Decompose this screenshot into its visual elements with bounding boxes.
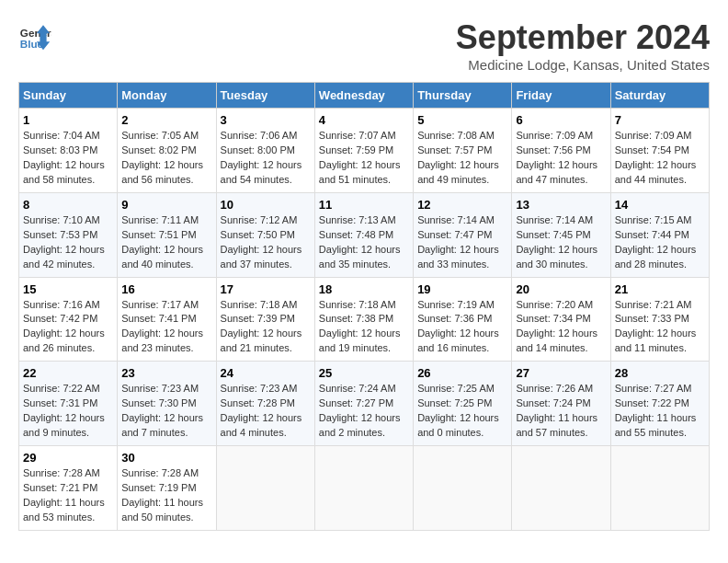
calendar-body: 1 Sunrise: 7:04 AMSunset: 8:03 PMDayligh… bbox=[19, 109, 710, 531]
cell-content: Sunrise: 7:22 AMSunset: 7:31 PMDaylight:… bbox=[23, 383, 105, 438]
calendar-cell-day-25: 25 Sunrise: 7:24 AMSunset: 7:27 PMDaylig… bbox=[314, 362, 413, 446]
day-number: 19 bbox=[417, 282, 507, 296]
calendar-cell-day-26: 26 Sunrise: 7:25 AMSunset: 7:25 PMDaylig… bbox=[414, 362, 512, 446]
day-number: 16 bbox=[121, 282, 211, 296]
day-number: 2 bbox=[121, 113, 211, 127]
calendar-cell-day-4: 4 Sunrise: 7:07 AMSunset: 7:59 PMDayligh… bbox=[314, 109, 413, 193]
logo: General Blue bbox=[18, 18, 51, 52]
day-number: 15 bbox=[23, 282, 113, 296]
calendar-week-3: 15 Sunrise: 7:16 AMSunset: 7:42 PMDaylig… bbox=[19, 277, 710, 362]
day-number: 1 bbox=[23, 113, 113, 127]
day-number: 7 bbox=[615, 113, 705, 127]
day-number: 3 bbox=[221, 113, 311, 127]
calendar-cell-empty bbox=[314, 446, 413, 531]
col-monday: Monday bbox=[118, 83, 216, 109]
cell-content: Sunrise: 7:16 AMSunset: 7:42 PMDaylight:… bbox=[23, 299, 105, 354]
cell-content: Sunrise: 7:07 AMSunset: 7:59 PMDaylight:… bbox=[319, 130, 401, 185]
calendar-cell-day-28: 28 Sunrise: 7:27 AMSunset: 7:22 PMDaylig… bbox=[610, 362, 709, 446]
calendar-cell-day-22: 22 Sunrise: 7:22 AMSunset: 7:31 PMDaylig… bbox=[19, 362, 118, 446]
day-number: 27 bbox=[516, 366, 606, 380]
cell-content: Sunrise: 7:23 AMSunset: 7:28 PMDaylight:… bbox=[221, 383, 302, 438]
calendar-cell-day-16: 16 Sunrise: 7:17 AMSunset: 7:41 PMDaylig… bbox=[118, 277, 216, 362]
calendar-cell-day-15: 15 Sunrise: 7:16 AMSunset: 7:42 PMDaylig… bbox=[19, 277, 118, 362]
calendar-title: September 2024 bbox=[456, 18, 710, 57]
calendar-cell-day-3: 3 Sunrise: 7:06 AMSunset: 8:00 PMDayligh… bbox=[216, 109, 314, 193]
calendar-cell-day-23: 23 Sunrise: 7:23 AMSunset: 7:30 PMDaylig… bbox=[118, 362, 216, 446]
calendar-cell-day-2: 2 Sunrise: 7:05 AMSunset: 8:02 PMDayligh… bbox=[118, 109, 216, 193]
cell-content: Sunrise: 7:24 AMSunset: 7:27 PMDaylight:… bbox=[319, 383, 401, 438]
calendar-cell-day-6: 6 Sunrise: 7:09 AMSunset: 7:56 PMDayligh… bbox=[512, 109, 610, 193]
calendar-cell-day-30: 30 Sunrise: 7:28 AMSunset: 7:19 PMDaylig… bbox=[118, 446, 216, 531]
day-number: 20 bbox=[516, 282, 606, 296]
day-number: 6 bbox=[516, 113, 606, 127]
day-number: 4 bbox=[319, 113, 409, 127]
day-number: 21 bbox=[615, 282, 705, 296]
calendar-cell-day-17: 17 Sunrise: 7:18 AMSunset: 7:39 PMDaylig… bbox=[216, 277, 314, 362]
cell-content: Sunrise: 7:12 AMSunset: 7:50 PMDaylight:… bbox=[221, 214, 302, 270]
page-header: General Blue September 2024 Medicine Lod… bbox=[18, 18, 710, 73]
day-number: 25 bbox=[319, 366, 409, 380]
cell-content: Sunrise: 7:19 AMSunset: 7:36 PMDaylight:… bbox=[417, 299, 499, 354]
calendar-week-1: 1 Sunrise: 7:04 AMSunset: 8:03 PMDayligh… bbox=[19, 109, 710, 193]
calendar-cell-empty bbox=[610, 446, 709, 531]
cell-content: Sunrise: 7:25 AMSunset: 7:25 PMDaylight:… bbox=[417, 383, 499, 438]
calendar-cell-empty bbox=[512, 446, 610, 531]
day-number: 5 bbox=[417, 113, 507, 127]
calendar-week-4: 22 Sunrise: 7:22 AMSunset: 7:31 PMDaylig… bbox=[19, 362, 710, 446]
calendar-cell-day-9: 9 Sunrise: 7:11 AMSunset: 7:51 PMDayligh… bbox=[118, 192, 216, 277]
day-number: 23 bbox=[121, 366, 211, 380]
col-wednesday: Wednesday bbox=[314, 83, 413, 109]
calendar-table: Sunday Monday Tuesday Wednesday Thursday… bbox=[18, 82, 710, 531]
calendar-week-2: 8 Sunrise: 7:10 AMSunset: 7:53 PMDayligh… bbox=[19, 192, 710, 277]
day-number: 17 bbox=[221, 282, 311, 296]
day-number: 22 bbox=[23, 366, 113, 380]
day-number: 28 bbox=[615, 366, 705, 380]
calendar-cell-day-11: 11 Sunrise: 7:13 AMSunset: 7:48 PMDaylig… bbox=[314, 192, 413, 277]
cell-content: Sunrise: 7:04 AMSunset: 8:03 PMDaylight:… bbox=[23, 130, 105, 185]
calendar-cell-empty bbox=[216, 446, 314, 531]
calendar-cell-day-14: 14 Sunrise: 7:15 AMSunset: 7:44 PMDaylig… bbox=[610, 192, 709, 277]
calendar-cell-day-20: 20 Sunrise: 7:20 AMSunset: 7:34 PMDaylig… bbox=[512, 277, 610, 362]
cell-content: Sunrise: 7:05 AMSunset: 8:02 PMDaylight:… bbox=[121, 130, 203, 185]
cell-content: Sunrise: 7:18 AMSunset: 7:38 PMDaylight:… bbox=[319, 299, 401, 354]
col-friday: Friday bbox=[512, 83, 610, 109]
title-block: September 2024 Medicine Lodge, Kansas, U… bbox=[456, 18, 710, 73]
cell-content: Sunrise: 7:27 AMSunset: 7:22 PMDaylight:… bbox=[615, 383, 697, 438]
day-number: 18 bbox=[319, 282, 409, 296]
header-row: Sunday Monday Tuesday Wednesday Thursday… bbox=[19, 83, 710, 109]
cell-content: Sunrise: 7:28 AMSunset: 7:19 PMDaylight:… bbox=[121, 467, 203, 523]
calendar-cell-day-29: 29 Sunrise: 7:28 AMSunset: 7:21 PMDaylig… bbox=[19, 446, 118, 531]
col-saturday: Saturday bbox=[610, 83, 709, 109]
col-tuesday: Tuesday bbox=[216, 83, 314, 109]
day-number: 30 bbox=[121, 451, 211, 465]
cell-content: Sunrise: 7:09 AMSunset: 7:56 PMDaylight:… bbox=[516, 130, 597, 185]
cell-content: Sunrise: 7:26 AMSunset: 7:24 PMDaylight:… bbox=[516, 383, 597, 438]
cell-content: Sunrise: 7:23 AMSunset: 7:30 PMDaylight:… bbox=[121, 383, 203, 438]
day-number: 8 bbox=[23, 198, 113, 212]
calendar-week-5: 29 Sunrise: 7:28 AMSunset: 7:21 PMDaylig… bbox=[19, 446, 710, 531]
cell-content: Sunrise: 7:28 AMSunset: 7:21 PMDaylight:… bbox=[23, 467, 105, 523]
calendar-cell-day-5: 5 Sunrise: 7:08 AMSunset: 7:57 PMDayligh… bbox=[414, 109, 512, 193]
calendar-cell-day-21: 21 Sunrise: 7:21 AMSunset: 7:33 PMDaylig… bbox=[610, 277, 709, 362]
cell-content: Sunrise: 7:21 AMSunset: 7:33 PMDaylight:… bbox=[615, 299, 697, 354]
calendar-cell-empty bbox=[414, 446, 512, 531]
cell-content: Sunrise: 7:14 AMSunset: 7:47 PMDaylight:… bbox=[417, 214, 499, 270]
cell-content: Sunrise: 7:20 AMSunset: 7:34 PMDaylight:… bbox=[516, 299, 597, 354]
calendar-cell-day-24: 24 Sunrise: 7:23 AMSunset: 7:28 PMDaylig… bbox=[216, 362, 314, 446]
calendar-cell-day-18: 18 Sunrise: 7:18 AMSunset: 7:38 PMDaylig… bbox=[314, 277, 413, 362]
calendar-cell-day-27: 27 Sunrise: 7:26 AMSunset: 7:24 PMDaylig… bbox=[512, 362, 610, 446]
calendar-cell-day-12: 12 Sunrise: 7:14 AMSunset: 7:47 PMDaylig… bbox=[414, 192, 512, 277]
cell-content: Sunrise: 7:17 AMSunset: 7:41 PMDaylight:… bbox=[121, 299, 203, 354]
cell-content: Sunrise: 7:11 AMSunset: 7:51 PMDaylight:… bbox=[121, 214, 203, 270]
calendar-cell-day-10: 10 Sunrise: 7:12 AMSunset: 7:50 PMDaylig… bbox=[216, 192, 314, 277]
calendar-cell-day-19: 19 Sunrise: 7:19 AMSunset: 7:36 PMDaylig… bbox=[414, 277, 512, 362]
day-number: 12 bbox=[417, 198, 507, 212]
cell-content: Sunrise: 7:08 AMSunset: 7:57 PMDaylight:… bbox=[417, 130, 499, 185]
cell-content: Sunrise: 7:14 AMSunset: 7:45 PMDaylight:… bbox=[516, 214, 597, 270]
logo-icon: General Blue bbox=[18, 18, 51, 52]
calendar-cell-day-7: 7 Sunrise: 7:09 AMSunset: 7:54 PMDayligh… bbox=[610, 109, 709, 193]
col-sunday: Sunday bbox=[19, 83, 118, 109]
cell-content: Sunrise: 7:06 AMSunset: 8:00 PMDaylight:… bbox=[221, 130, 302, 185]
cell-content: Sunrise: 7:13 AMSunset: 7:48 PMDaylight:… bbox=[319, 214, 401, 270]
day-number: 11 bbox=[319, 198, 409, 212]
